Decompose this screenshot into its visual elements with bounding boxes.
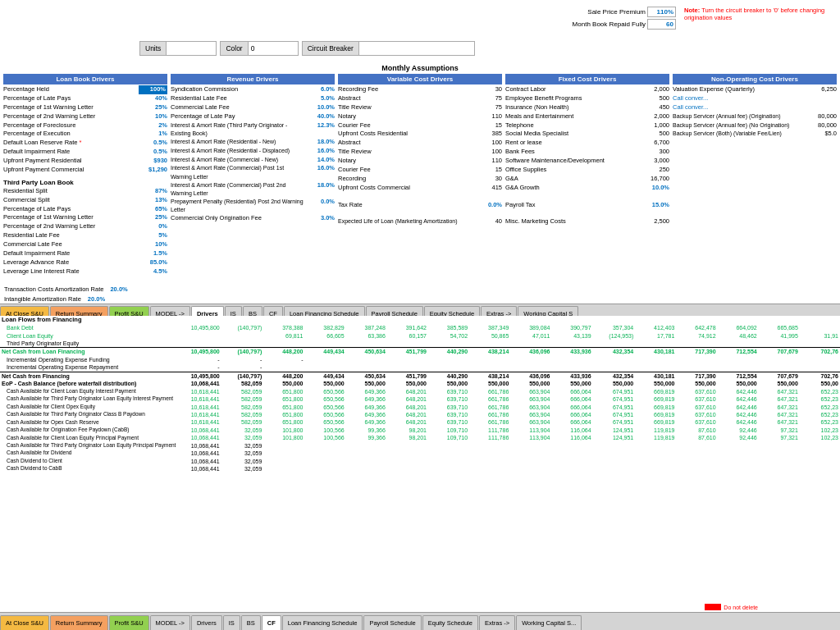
- circuit-breaker-filter: Circuit Breaker: [302, 41, 475, 56]
- non-op-cost-col: Non-Operating Cost Drivers Valuation Exp…: [671, 74, 838, 276]
- variable-cost-col: Variable Cost Drivers Recording Fee30 Ab…: [336, 74, 504, 276]
- color-label: Color: [221, 42, 248, 55]
- revenue-drivers-col: Revenue Drivers Syndication Commission6.…: [169, 74, 336, 276]
- non-op-cost-header: Non-Operating Cost Drivers: [673, 74, 837, 84]
- units-label: Units: [140, 42, 167, 55]
- cash-avail-third-party-principal-row: Cash Available for Third Party Originato…: [0, 442, 840, 450]
- tab-bottom-model[interactable]: MODEL ->: [150, 615, 190, 630]
- eop-cash-balance-row: EoP - Cash Balance (before waterfall dis…: [0, 380, 840, 387]
- cash-avail-client-interest-row: Cash Available for Client Loan Equity In…: [0, 388, 840, 395]
- color-filter: Color: [220, 41, 298, 56]
- tab-bottom-equity[interactable]: Equity Schedule: [422, 615, 478, 630]
- bank-debt-row: Bank Debt 10,495,800 (140,797) 378,388 3…: [0, 324, 840, 331]
- sale-price-label: Sale Price Premium: [555, 8, 646, 16]
- tab-bottom-extras[interactable]: Extras ->: [479, 615, 515, 630]
- tab-bottom-payroll[interactable]: Payroll Schedule: [363, 615, 421, 630]
- upper-section: Monthly Assumptions Loan Book Drivers Pe…: [0, 62, 840, 304]
- incr-op-exp-funding-row: Incremental Operating Expense Funding - …: [0, 356, 840, 363]
- color-input[interactable]: [249, 42, 298, 55]
- tab-bottom-at-close[interactable]: At Close S&U: [0, 615, 49, 630]
- tab-bottom-working-capital[interactable]: Working Capital S...: [516, 615, 582, 630]
- tab-bottom-drivers[interactable]: Drivers: [191, 615, 222, 630]
- note-label: Note:: [684, 7, 700, 14]
- monthly-assumptions-title: Monthly Assumptions: [0, 62, 840, 74]
- tab-bottom-return-summary[interactable]: Return Summary: [50, 615, 108, 630]
- assumptions-grid: Loan Book Drivers Percentage Held100% Pe…: [0, 74, 840, 276]
- incr-op-exp-repay-row: Incremental Operating Expense Repayment …: [0, 363, 840, 372]
- intangible-amort-label: Intangible Amortization Rate: [4, 295, 81, 303]
- cash-dividend-cabb-row: Cash Dividend to CabB 10,068,441 32,059: [0, 465, 840, 472]
- do-not-delete-indicator: Do not delete: [705, 604, 758, 610]
- cash-avail-third-party-interest-row: Cash Available for Third Party Originato…: [0, 395, 840, 403]
- loan-book-col: Loan Book Drivers Percentage Held100% Pe…: [2, 74, 169, 276]
- units-input[interactable]: [167, 42, 216, 55]
- sale-price-row: Sale Price Premium: [555, 7, 676, 17]
- net-cash-loan-financing-row: Net Cash from Loan Financing 10,495,800 …: [0, 348, 840, 356]
- variable-cost-header: Variable Cost Drivers: [338, 74, 502, 84]
- tab-bottom-is[interactable]: IS: [223, 615, 240, 630]
- net-cash-financing-row: Net Cash from Financing 10,495,800 (140,…: [0, 372, 840, 380]
- fixed-cost-col: Fixed Cost Drivers Contract Labor2,000 E…: [504, 74, 671, 276]
- loan-financing-header-row: Loan Flows from Financing: [0, 316, 840, 324]
- third-party-equity-row: Third Party Originator Equity: [0, 340, 840, 348]
- circuit-breaker-label: Circuit Breaker: [303, 42, 359, 55]
- tab-bottom-profit-su[interactable]: Profit S&U: [109, 615, 149, 630]
- transaction-amort-label: Transaction Costs Amortization Rate: [4, 285, 103, 295]
- transaction-amort-val: 20.0%: [110, 285, 127, 295]
- cash-avail-client-principal-row: Cash Available for Client Loan Equity Pr…: [0, 434, 840, 441]
- month-book-label: Month Book Repaid Fully: [555, 21, 646, 28]
- red-rect-indicator: [705, 604, 721, 610]
- units-filter: Units: [139, 41, 217, 56]
- tab-bottom-cf[interactable]: CF: [262, 615, 281, 630]
- bottom-tab-bar: At Close S&U Return Summary Profit S&U M…: [0, 612, 840, 630]
- cash-avail-opex-reserve-row: Cash Available for Opex Cash Reserve 10,…: [0, 418, 840, 426]
- amort-rates: Transaction Costs Amortization Rate 20.0…: [4, 285, 128, 303]
- cash-dividend-client-row: Cash Dividend to Client 10,068,441 32,05…: [0, 458, 840, 465]
- cash-avail-orig-fee-row: Cash Available for Origination Fee Paydo…: [0, 427, 840, 434]
- spreadsheet-area: Loan Flows from Financing Bank Debt: [0, 316, 840, 596]
- tab-bottom-bs[interactable]: BS: [241, 615, 261, 630]
- spreadsheet-table: Loan Flows from Financing Bank Debt: [0, 316, 840, 472]
- filter-bar: Units Color Circuit Breaker: [139, 41, 840, 56]
- client-loan-equity-row: Client Loan Equity 69,811 66,605 63,386 …: [0, 332, 840, 340]
- cash-avail-client-opex-row: Cash Available for Client Opex Equity 10…: [0, 404, 840, 411]
- note-area: Note: Turn the circuit breaker to '0' be…: [684, 7, 836, 21]
- third-party-title: Third Party Loan Book: [3, 179, 167, 186]
- fixed-cost-header: Fixed Cost Drivers: [505, 74, 669, 84]
- tab-bottom-loan-financing[interactable]: Loan Financing Schedule: [282, 615, 363, 630]
- loan-book-header: Loan Book Drivers: [3, 74, 167, 84]
- sale-price-input[interactable]: [647, 7, 676, 17]
- cash-avail-class-b-row: Cash Available for Third Party Originato…: [0, 411, 840, 418]
- cash-avail-dividend-row: Cash Available for Dividend 10,068,441 3…: [0, 450, 840, 457]
- month-book-row: Month Book Repaid Fully: [555, 19, 676, 30]
- do-not-delete-label: Do not delete: [724, 605, 758, 610]
- revenue-drivers-header: Revenue Drivers: [171, 74, 335, 84]
- month-book-input[interactable]: [647, 19, 676, 30]
- pct-held-row: Percentage Held100%: [3, 85, 167, 94]
- top-inputs: Sale Price Premium Month Book Repaid Ful…: [555, 7, 676, 30]
- intangible-amort-val: 20.0%: [88, 295, 105, 303]
- circuit-breaker-input[interactable]: [359, 42, 474, 55]
- note-text: Turn the circuit breaker to '0' before c…: [684, 7, 824, 21]
